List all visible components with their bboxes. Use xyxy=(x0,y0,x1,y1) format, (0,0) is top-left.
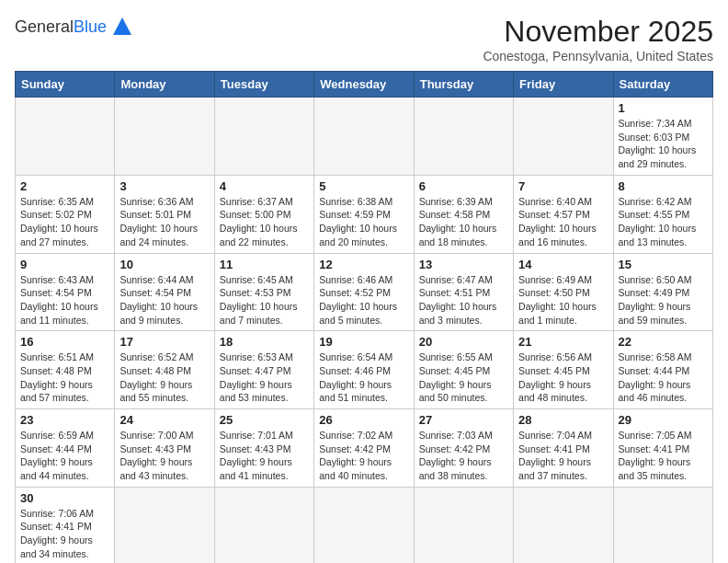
day-number: 25 xyxy=(220,413,309,427)
weekday-header-row: SundayMondayTuesdayWednesdayThursdayFrid… xyxy=(16,72,713,98)
day-info: Sunrise: 6:36 AM Sunset: 5:01 PM Dayligh… xyxy=(119,195,209,249)
day-number: 26 xyxy=(319,413,408,427)
weekday-header-saturday: Saturday xyxy=(613,72,712,98)
day-info: Sunrise: 7:00 AM Sunset: 4:43 PM Dayligh… xyxy=(119,429,209,483)
day-cell-5: 5Sunrise: 6:38 AM Sunset: 4:59 PM Daylig… xyxy=(314,175,414,253)
day-number: 1 xyxy=(619,101,708,115)
day-cell-1: 1Sunrise: 7:34 AM Sunset: 6:03 PM Daylig… xyxy=(613,98,712,176)
week-row-4: 23Sunrise: 6:59 AM Sunset: 4:44 PM Dayli… xyxy=(16,409,713,488)
day-info: Sunrise: 6:40 AM Sunset: 4:57 PM Dayligh… xyxy=(518,195,608,249)
day-cell-22: 22Sunrise: 6:58 AM Sunset: 4:44 PM Dayli… xyxy=(613,331,712,409)
day-number: 27 xyxy=(419,413,508,427)
day-info: Sunrise: 6:44 AM Sunset: 4:54 PM Dayligh… xyxy=(119,273,209,327)
empty-cell xyxy=(16,98,115,176)
empty-cell xyxy=(214,487,313,563)
location-title: Conestoga, Pennsylvania, United States xyxy=(483,49,713,63)
day-cell-30: 30Sunrise: 7:06 AM Sunset: 4:41 PM Dayli… xyxy=(16,487,115,563)
day-number: 12 xyxy=(319,258,408,271)
week-row-5: 30Sunrise: 7:06 AM Sunset: 4:41 PM Dayli… xyxy=(16,487,713,563)
day-info: Sunrise: 6:51 AM Sunset: 4:48 PM Dayligh… xyxy=(20,350,109,405)
day-info: Sunrise: 6:53 AM Sunset: 4:47 PM Dayligh… xyxy=(220,350,309,405)
day-cell-29: 29Sunrise: 7:05 AM Sunset: 4:41 PM Dayli… xyxy=(613,409,712,488)
day-info: Sunrise: 6:58 AM Sunset: 4:44 PM Dayligh… xyxy=(619,350,708,405)
calendar-table: SundayMondayTuesdayWednesdayThursdayFrid… xyxy=(15,71,713,563)
day-number: 17 xyxy=(119,335,209,349)
day-cell-16: 16Sunrise: 6:51 AM Sunset: 4:48 PM Dayli… xyxy=(16,331,115,409)
day-number: 5 xyxy=(319,179,408,193)
day-info: Sunrise: 7:04 AM Sunset: 4:41 PM Dayligh… xyxy=(518,429,608,483)
week-row-1: 2Sunrise: 6:35 AM Sunset: 5:02 PM Daylig… xyxy=(16,175,713,253)
day-number: 14 xyxy=(518,258,608,271)
empty-cell xyxy=(613,487,712,563)
day-number: 13 xyxy=(419,258,508,271)
day-cell-20: 20Sunrise: 6:55 AM Sunset: 4:45 PM Dayli… xyxy=(414,331,513,409)
weekday-header-tuesday: Tuesday xyxy=(214,72,313,98)
day-number: 4 xyxy=(220,179,309,193)
day-info: Sunrise: 6:42 AM Sunset: 4:55 PM Dayligh… xyxy=(619,195,708,249)
day-number: 20 xyxy=(419,335,508,349)
day-number: 6 xyxy=(419,179,508,193)
day-number: 24 xyxy=(119,413,209,427)
day-cell-10: 10Sunrise: 6:44 AM Sunset: 4:54 PM Dayli… xyxy=(115,253,214,331)
day-number: 10 xyxy=(119,258,209,271)
day-info: Sunrise: 6:59 AM Sunset: 4:44 PM Dayligh… xyxy=(20,429,109,483)
day-cell-17: 17Sunrise: 6:52 AM Sunset: 4:48 PM Dayli… xyxy=(115,331,214,409)
day-info: Sunrise: 6:47 AM Sunset: 4:51 PM Dayligh… xyxy=(419,273,508,327)
week-row-3: 16Sunrise: 6:51 AM Sunset: 4:48 PM Dayli… xyxy=(16,331,713,409)
day-info: Sunrise: 7:02 AM Sunset: 4:42 PM Dayligh… xyxy=(319,429,408,483)
day-cell-14: 14Sunrise: 6:49 AM Sunset: 4:50 PM Dayli… xyxy=(514,253,613,331)
day-number: 11 xyxy=(220,258,309,271)
day-cell-7: 7Sunrise: 6:40 AM Sunset: 4:57 PM Daylig… xyxy=(514,175,613,253)
day-cell-12: 12Sunrise: 6:46 AM Sunset: 4:52 PM Dayli… xyxy=(314,253,414,331)
day-info: Sunrise: 6:50 AM Sunset: 4:49 PM Dayligh… xyxy=(619,273,708,327)
weekday-header-friday: Friday xyxy=(514,72,613,98)
day-info: Sunrise: 6:35 AM Sunset: 5:02 PM Dayligh… xyxy=(20,195,109,249)
day-number: 18 xyxy=(220,335,309,349)
empty-cell xyxy=(414,487,513,563)
day-cell-18: 18Sunrise: 6:53 AM Sunset: 4:47 PM Dayli… xyxy=(214,331,313,409)
svg-marker-0 xyxy=(113,17,131,35)
day-number: 8 xyxy=(619,179,708,193)
title-area: November 2025 Conestoga, Pennsylvania, U… xyxy=(483,15,713,63)
empty-cell xyxy=(314,487,414,563)
empty-cell xyxy=(314,98,414,176)
logo-icon xyxy=(112,17,132,37)
day-cell-11: 11Sunrise: 6:45 AM Sunset: 4:53 PM Dayli… xyxy=(214,253,313,331)
day-number: 22 xyxy=(619,335,708,349)
day-cell-6: 6Sunrise: 6:39 AM Sunset: 4:58 PM Daylig… xyxy=(414,175,513,253)
day-info: Sunrise: 7:03 AM Sunset: 4:42 PM Dayligh… xyxy=(419,429,508,483)
day-cell-27: 27Sunrise: 7:03 AM Sunset: 4:42 PM Dayli… xyxy=(414,409,513,488)
day-info: Sunrise: 6:56 AM Sunset: 4:45 PM Dayligh… xyxy=(518,350,608,405)
empty-cell xyxy=(514,487,613,563)
day-number: 19 xyxy=(319,335,408,349)
day-number: 16 xyxy=(20,335,109,349)
empty-cell xyxy=(115,487,214,563)
day-cell-3: 3Sunrise: 6:36 AM Sunset: 5:01 PM Daylig… xyxy=(115,175,214,253)
day-number: 23 xyxy=(20,413,109,427)
empty-cell xyxy=(115,98,214,176)
day-cell-25: 25Sunrise: 7:01 AM Sunset: 4:43 PM Dayli… xyxy=(214,409,313,488)
weekday-header-thursday: Thursday xyxy=(414,72,513,98)
day-info: Sunrise: 6:46 AM Sunset: 4:52 PM Dayligh… xyxy=(319,273,408,327)
week-row-0: 1Sunrise: 7:34 AM Sunset: 6:03 PM Daylig… xyxy=(16,98,713,176)
day-cell-13: 13Sunrise: 6:47 AM Sunset: 4:51 PM Dayli… xyxy=(414,253,513,331)
empty-cell xyxy=(514,98,613,176)
day-number: 21 xyxy=(518,335,608,349)
day-info: Sunrise: 6:43 AM Sunset: 4:54 PM Dayligh… xyxy=(20,273,109,327)
day-number: 7 xyxy=(518,179,608,193)
day-number: 30 xyxy=(20,491,109,505)
day-info: Sunrise: 6:54 AM Sunset: 4:46 PM Dayligh… xyxy=(319,350,408,405)
day-cell-8: 8Sunrise: 6:42 AM Sunset: 4:55 PM Daylig… xyxy=(613,175,712,253)
weekday-header-wednesday: Wednesday xyxy=(314,72,414,98)
logo-blue-text: Blue xyxy=(74,17,107,36)
month-title: November 2025 xyxy=(483,15,713,49)
day-cell-24: 24Sunrise: 7:00 AM Sunset: 4:43 PM Dayli… xyxy=(115,409,214,488)
day-cell-4: 4Sunrise: 6:37 AM Sunset: 5:00 PM Daylig… xyxy=(214,175,313,253)
day-info: Sunrise: 6:49 AM Sunset: 4:50 PM Dayligh… xyxy=(518,273,608,327)
weekday-header-monday: Monday xyxy=(115,72,214,98)
day-info: Sunrise: 6:38 AM Sunset: 4:59 PM Dayligh… xyxy=(319,195,408,249)
day-info: Sunrise: 7:34 AM Sunset: 6:03 PM Dayligh… xyxy=(619,117,708,171)
logo-general: General xyxy=(15,17,74,36)
day-info: Sunrise: 7:05 AM Sunset: 4:41 PM Dayligh… xyxy=(619,429,708,483)
day-number: 15 xyxy=(619,258,708,271)
